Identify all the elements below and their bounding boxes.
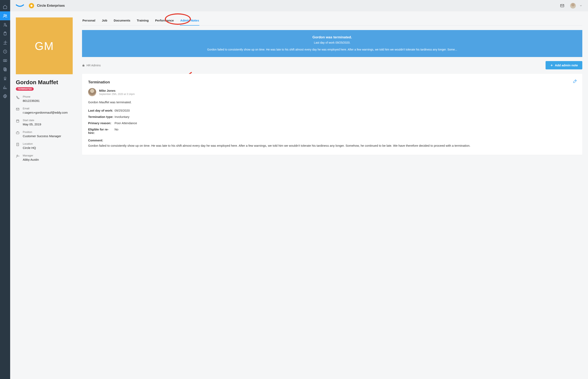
- phone-value: 8012239281: [23, 99, 76, 102]
- employee-avatar: GM: [16, 17, 73, 74]
- author-name: Mike Jones: [99, 89, 135, 92]
- svg-point-11: [4, 77, 6, 79]
- mail-button[interactable]: [560, 3, 564, 8]
- termination-banner: Gordon was terminated. Last day of work …: [82, 30, 582, 57]
- position-label: Position: [23, 130, 76, 133]
- nav-reports[interactable]: [0, 83, 10, 92]
- location-value: Circle HQ: [23, 146, 76, 150]
- employee-name: Gordon Mauffet: [16, 79, 76, 86]
- chevron-down-icon[interactable]: [579, 4, 582, 7]
- calendar-icon: [16, 119, 19, 123]
- visibility-indicator: HR Admins: [82, 64, 101, 67]
- svg-rect-17: [17, 143, 19, 146]
- brand-logo: [16, 4, 24, 8]
- banner-text: Gordon failed to consistently show up on…: [96, 47, 568, 52]
- org-name: Circle Enterprises: [37, 4, 65, 8]
- mail-icon: [560, 3, 564, 8]
- type-label: Termination type:: [88, 115, 114, 118]
- banner-title: Gordon was terminated.: [96, 35, 568, 39]
- sidenav: [0, 0, 10, 379]
- tab-performance[interactable]: Performance: [155, 17, 174, 25]
- nav-docs[interactable]: [0, 65, 10, 74]
- user-avatar[interactable]: [570, 3, 576, 9]
- topbar: Circle Enterprises: [10, 0, 588, 11]
- nav-people[interactable]: [0, 11, 10, 20]
- svg-point-8: [5, 60, 6, 61]
- info-location: Location Circle HQ: [16, 142, 76, 150]
- visibility-text: HR Admins: [86, 64, 101, 67]
- manager-label: Manager: [23, 154, 76, 157]
- lock-icon: [82, 64, 85, 67]
- payroll-icon: [3, 58, 7, 63]
- reason-value: Poor Attendance: [114, 121, 137, 125]
- add-admin-note-button[interactable]: Add admin note: [546, 61, 582, 69]
- svg-rect-16: [16, 132, 19, 134]
- nav-settings[interactable]: [0, 92, 10, 101]
- svg-point-0: [4, 15, 5, 16]
- position-value: Customer Success Manager: [23, 134, 76, 138]
- phone-label: Phone: [23, 95, 76, 98]
- tab-documents[interactable]: Documents: [113, 17, 131, 25]
- info-manager: Manager Abby Austin: [16, 154, 76, 161]
- home-icon: [3, 5, 7, 9]
- note-date: September 25th, 2020 at 3:14pm: [99, 93, 135, 95]
- email-label: Email: [23, 107, 76, 110]
- start-label: Start date: [23, 119, 76, 122]
- info-start: Start date May 05, 2019: [16, 119, 76, 126]
- main-content: Personal Job Documents Training Performa…: [82, 17, 582, 373]
- nav-search[interactable]: [0, 20, 10, 29]
- edit-note-button[interactable]: [573, 79, 577, 84]
- reason-label: Primary reason:: [88, 121, 114, 125]
- employee-initials: GM: [35, 39, 54, 53]
- nav-training[interactable]: [0, 74, 10, 83]
- svg-rect-7: [3, 60, 7, 62]
- mail-icon: [16, 107, 19, 111]
- clock-icon: [3, 49, 7, 54]
- info-position: Position Customer Success Manager: [16, 130, 76, 138]
- people-icon: [3, 14, 7, 18]
- plus-icon: [550, 64, 553, 67]
- clipboard-icon: [3, 32, 7, 36]
- briefcase-icon: [16, 131, 19, 135]
- nav-vacation[interactable]: [0, 38, 10, 47]
- nav-home[interactable]: [0, 2, 10, 11]
- location-label: Location: [23, 142, 76, 145]
- svg-rect-15: [16, 120, 19, 122]
- palm-icon: [3, 40, 7, 45]
- phone-icon: [16, 95, 19, 99]
- rehire-label: Eligible for re-hire:: [88, 128, 114, 135]
- info-phone: Phone 8012239281: [16, 95, 76, 102]
- tab-job[interactable]: Job: [101, 17, 108, 25]
- add-button-label: Add admin note: [555, 63, 578, 67]
- comment-text: Gordon failed to consistently show up on…: [88, 143, 576, 148]
- nav-payroll[interactable]: [0, 56, 10, 65]
- tab-training[interactable]: Training: [136, 17, 149, 25]
- svg-point-12: [4, 95, 6, 97]
- manager-icon: [16, 154, 19, 158]
- type-value: Involuntary: [114, 115, 129, 118]
- nav-time[interactable]: [0, 47, 10, 56]
- tab-admin-notes[interactable]: Admin Notes: [180, 17, 200, 25]
- author-avatar: [88, 88, 96, 96]
- note-title: Termination: [88, 80, 576, 84]
- last-day-value: 09/25/2020: [114, 109, 130, 112]
- rehire-value: No: [114, 128, 118, 135]
- employee-sidebar: GM Gordon Mauffet TERMINATED Phone 80122…: [16, 17, 76, 373]
- start-value: May 05, 2019: [23, 123, 76, 126]
- admin-note-card: Termination Mike Jones September 25th, 2…: [82, 74, 582, 155]
- chart-icon: [3, 85, 7, 90]
- person-search-icon: [3, 23, 7, 27]
- banner-subtitle: Last day of work 09/25/2020.: [96, 41, 568, 44]
- info-email: Email r.sagers+gordonmauf@eddy.com: [16, 107, 76, 114]
- documents-icon: [3, 67, 7, 72]
- svg-point-1: [6, 15, 7, 16]
- last-day-label: Last day of work:: [88, 109, 114, 112]
- status-badge: TERMINATED: [16, 87, 34, 91]
- nav-clipboard[interactable]: [0, 29, 10, 38]
- svg-point-3: [5, 25, 7, 26]
- building-icon: [16, 143, 19, 146]
- org-logo: [29, 3, 34, 8]
- training-icon: [3, 76, 7, 80]
- svg-point-18: [17, 155, 18, 156]
- tab-personal[interactable]: Personal: [82, 17, 96, 25]
